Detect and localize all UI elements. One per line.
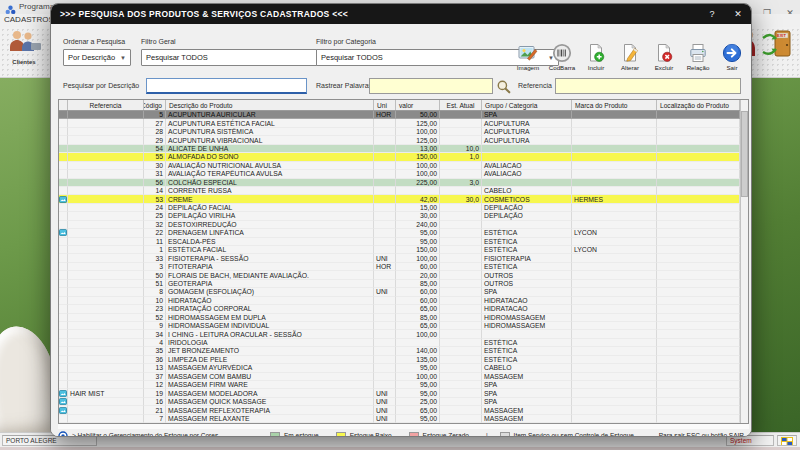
cell-image [59,389,68,397]
service-swatch [500,432,510,437]
table-row[interactable]: 12MASSAGEM FIRM WARE95,00SPA [59,381,748,389]
table-row[interactable]: 14CORRENTE RUSSACABELO [59,187,748,195]
stock-color-toggle[interactable]: > Habilitar o Gerenciamento do Estoque p… [58,431,270,438]
header-est-atual[interactable]: Est. Atual [440,100,482,110]
header-valor[interactable]: valor [396,100,440,110]
incluir-button[interactable]: Incluir [580,43,612,71]
exit-app-button[interactable]: EXIT [759,29,797,63]
cell-codigo: 29 [144,136,166,144]
sair-button[interactable]: Sair [716,43,748,71]
table-row[interactable]: 34I CHING - LEITURA ORACULAR - SESSÃO100… [59,330,748,338]
alterar-button[interactable]: Alterar [614,43,646,71]
cell-grupo: HIDRATACAO [482,305,572,313]
help-button[interactable]: ? [699,4,725,24]
table-row[interactable]: 1ESTÉTICA FACIAL150,00ESTÉTICALYCON [59,246,748,254]
cell-valor: 60,00 [396,263,440,271]
imagem-button[interactable]: Imagem [512,43,544,71]
cell-codigo: 50 [144,271,166,279]
statusbar-grid-icon [777,435,797,446]
header-descricao[interactable]: Descrição do Produto [166,100,374,110]
legend-in-stock-label: Em estoque [284,432,319,437]
header-codigo[interactable]: Código [144,100,166,110]
reference-input[interactable] [555,78,741,94]
search-description-input[interactable] [146,78,307,94]
table-row[interactable]: 55ALMOFADA DO SONO150,001,0 [59,153,748,161]
table-row[interactable]: 3FITOTERAPIAHOR60,00ESTÉTICA [59,263,748,271]
table-row[interactable]: 21MASSAGEM REFLEXOTERAPIAUNI65,00MASSAGE… [59,406,748,414]
cell-estoque: 3,0 [440,179,482,187]
cell-descricao: CORRENTE RUSSA [166,187,374,195]
track-words-input[interactable] [369,78,493,94]
header-localizacao[interactable]: Localização do Produto [657,100,740,110]
scrollbar-thumb[interactable] [741,111,748,197]
cell-grupo: ESTÉTICA [482,229,572,237]
search-icon[interactable] [496,79,511,94]
cell-codigo: 54 [144,145,166,153]
table-row[interactable]: 24DEPILAÇÃO FACIAL15,00DEPILAÇÃO [59,204,748,212]
cell-uni [374,128,396,136]
codbarra-button[interactable]: CodBarra [546,43,578,71]
header-referencia[interactable]: Referencia [68,100,144,110]
cell-referencia [68,364,144,372]
table-row[interactable]: 16MASSAGEM QUICK MASSAGEUNI25,00SPA [59,398,748,406]
table-row[interactable]: 28ACUPUNTURA SISTÊMICA100,00ACUPULTURA [59,128,748,136]
cell-image [59,128,68,136]
header-grupo[interactable]: Grupo / Categoria [482,100,572,110]
cell-estoque [440,170,482,178]
table-row[interactable]: 56COLCHÃO ESPECIAL225,003,0 [59,179,748,187]
cell-uni [374,347,396,355]
table-row[interactable]: 29ACUPUNTURA VIBRACIONAL125,00ACUPULTURA [59,136,748,144]
table-row[interactable]: 51GEOTERAPIA85,00OUTROS [59,280,748,288]
table-row[interactable]: 37MASSAGEM COM BAMBU100,00MASSAGEM [59,373,748,381]
cell-estoque [440,347,482,355]
vertical-scrollbar[interactable] [740,100,748,423]
table-row[interactable]: 10HIDRATAÇÃO60,00HIDRATACAO [59,297,748,305]
cell-localizacao [657,111,740,119]
cell-codigo: 33 [144,254,166,262]
table-row[interactable]: 53CREME42,0030,0COSMETICOSHERMES [59,195,748,203]
close-dialog-button[interactable]: ✕ [725,4,751,24]
table-row[interactable]: 50FLORAIS DE BACH, MEDIANTE AVALIAÇÃO.20… [59,271,748,279]
table-row[interactable]: 9HIDROMASSAGEM INDIVIDUAL65,00HIDROMASSA… [59,322,748,330]
table-row[interactable]: 23HIDRATAÇÃO CORPORAL65,00HIDRATACAO [59,305,748,313]
order-select[interactable]: Por Descrição ▼ [63,49,131,66]
cell-uni [374,204,396,212]
search-products-dialog: >>> PESQUISA DOS PRODUTOS & SERVIÇOS CAD… [50,3,752,437]
menu-item-cadastros[interactable]: CADASTROS [4,15,54,24]
table-row[interactable]: 7MASSAGEM RELAXANTEUNI95,00MASSAGEM [59,415,748,423]
screen: Programa ❐ ✕ CADASTROS Clientes For EXIT… [0,0,800,450]
table-row[interactable]: 8GOMAGEM (ESFOLIAÇÃO)UNI60,00SPA [59,288,748,296]
table-row[interactable]: 36LIMPEZA DE PELE135,00ESTÉTICA [59,356,748,364]
cell-uni [374,212,396,220]
table-row[interactable]: 35JET BRONZEAMENTO140,00ESTÉTICA [59,347,748,355]
table-row[interactable]: 13MASSAGEM AYURVÉDICA95,00CABELO [59,364,748,372]
table-row[interactable]: 30AVALIAÇÃO NUTRICIONAL AVULSA100,00AVAL… [59,162,748,170]
header-marca[interactable]: Marca do Produto [572,100,657,110]
header-uni[interactable]: Uni [374,100,396,110]
relacao-button[interactable]: Relação [682,43,714,71]
cell-referencia [68,128,144,136]
cell-valor: 25,00 [396,398,440,406]
table-row[interactable]: 31AVALIAÇÃO TERAPÊUTICA AVULSA100,00AVAL… [59,170,748,178]
excluir-button[interactable]: Excluir [648,43,680,71]
table-row[interactable]: 52HIDROMASSAGEM EM DUPLA85,00HIDROMASSAG… [59,314,748,322]
table-row[interactable]: 54ALICATE DE UNHA13,0010,0 [59,145,748,153]
table-row[interactable]: 4IRIDOLOGIAESTÉTICA [59,339,748,347]
table-row[interactable]: 33FISIOTERAPIA - SESSÃOUNI100,00FISIOTER… [59,254,748,262]
product-image-icon [59,196,67,203]
table-row[interactable]: 32DESTOXIRREDUÇÃO240,00 [59,221,748,229]
cell-valor: 100,00 [396,170,440,178]
cell-image [59,238,68,246]
cell-descricao: COLCHÃO ESPECIAL [166,179,374,187]
cell-estoque [440,204,482,212]
cell-uni: UNI [374,406,396,414]
table-row[interactable]: HAIR MIST19MASSAGEM MODELADORAUNI95,00SP… [59,389,748,397]
table-row[interactable]: 5ACUPUNTURA AURICULARHOR50,00SPA [59,111,748,119]
table-row[interactable]: 22DRENAGEM LINFÁTICA95,00ESTÉTICALYCON [59,229,748,237]
cell-valor: 100,00 [396,373,440,381]
clientes-button[interactable]: Clientes [2,29,46,65]
incluir-label: Incluir [580,64,612,71]
table-row[interactable]: 27ACUPUNTURA ESTÉTICA FACIAL125,00ACUPUL… [59,119,748,127]
table-row[interactable]: 25DEPILAÇÃO VIRILHA30,00DEPILAÇÃO [59,212,748,220]
table-row[interactable]: 11ESCALDA-PÉS95,00ESTÉTICA [59,238,748,246]
